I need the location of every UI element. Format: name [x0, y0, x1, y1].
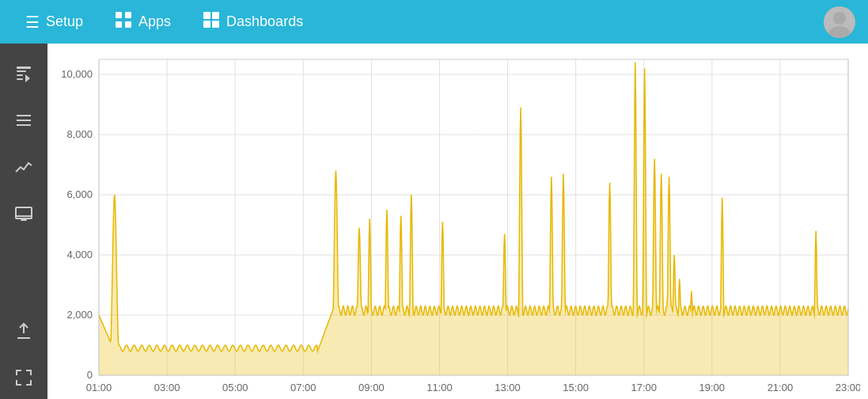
setup-icon: ☰	[25, 13, 40, 32]
svg-rect-10	[17, 66, 31, 69]
svg-rect-0	[116, 12, 122, 18]
sidebar-item-expand[interactable]	[0, 355, 47, 399]
setup-label: Setup	[46, 13, 83, 30]
apps-icon	[115, 11, 132, 32]
svg-rect-11	[17, 70, 26, 72]
svg-rect-3	[125, 21, 131, 28]
svg-rect-7	[212, 21, 219, 28]
top-nav: ☰ Setup Apps Dashboards	[0, 0, 868, 44]
svg-rect-4	[203, 12, 210, 19]
svg-rect-19	[21, 219, 27, 221]
sidebar-item-list[interactable]	[0, 98, 47, 142]
dashboards-label: Dashboards	[226, 13, 303, 30]
svg-rect-6	[203, 21, 210, 28]
sidebar-item-import[interactable]	[0, 51, 47, 95]
apps-label: Apps	[138, 13, 171, 30]
apps-nav-item[interactable]: Apps	[102, 5, 184, 39]
svg-rect-17	[17, 124, 31, 126]
main-layout	[0, 44, 868, 399]
svg-point-8	[833, 12, 846, 25]
user-avatar[interactable]	[824, 6, 855, 38]
svg-marker-12	[25, 74, 30, 82]
svg-rect-16	[17, 120, 31, 121]
svg-rect-15	[17, 115, 31, 116]
svg-rect-14	[17, 78, 23, 80]
main-chart	[47, 51, 860, 399]
sidebar	[0, 44, 47, 399]
sidebar-item-display[interactable]	[0, 192, 47, 235]
chart-area	[47, 44, 868, 399]
setup-nav-item[interactable]: ☰ Setup	[13, 6, 96, 38]
svg-point-9	[828, 26, 851, 38]
svg-rect-1	[125, 12, 131, 18]
svg-rect-5	[212, 12, 219, 19]
dashboards-icon	[203, 11, 220, 32]
svg-rect-2	[116, 21, 122, 28]
sidebar-item-upload[interactable]	[0, 309, 47, 352]
sidebar-item-trend[interactable]	[0, 145, 47, 188]
dashboards-nav-item[interactable]: Dashboards	[190, 5, 316, 39]
svg-rect-13	[17, 74, 23, 76]
